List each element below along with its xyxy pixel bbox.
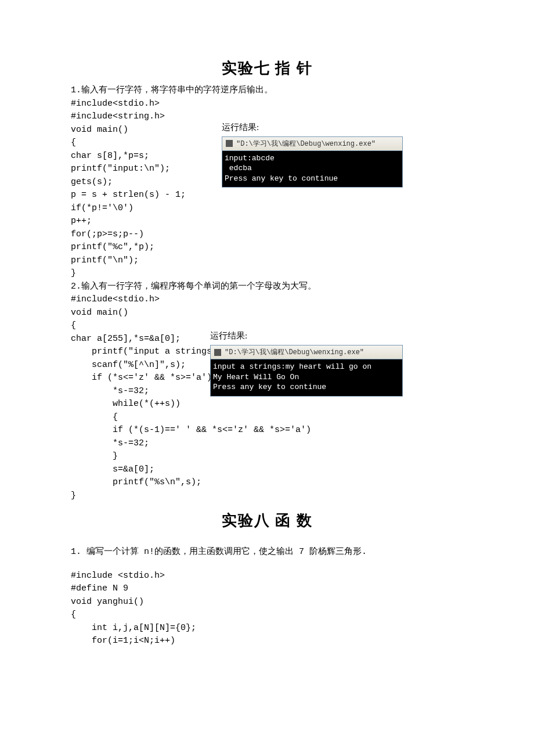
s7-p2-block: #include<stdio.h> void main() { char a[2… [71,293,463,502]
s7-p2-code: #include<stdio.h> void main() { char a[2… [71,293,463,502]
s7-p1-desc: 1.输入有一行字符，将字符串中的字符逆序后输出。 [71,84,463,98]
s7-p2-console: "D:\学习\我\编程\Debug\wenxing.exe" input a s… [210,345,403,397]
document-page: 实验七 指 针 1.输入有一行字符，将字符串中的字符逆序后输出。 #includ… [0,0,534,683]
s7-p2-console-title-text: "D:\学习\我\编程\Debug\wenxing.exe" [225,347,364,357]
s7-p1-console: "D:\学习\我\编程\Debug\wenxing.exe" input:abc… [222,136,403,188]
s7-p1-console-titlebar: "D:\学习\我\编程\Debug\wenxing.exe" [222,137,402,151]
cmd-icon [226,140,233,147]
section8-title: 实验八 函 数 [71,510,463,531]
s7-p2-console-body: input a strings:my heart will go on My H… [211,359,402,396]
s7-p2-desc: 2.输入有一行字符，编程序将每个单词的第一个字母改为大写。 [71,280,463,294]
s8-p1-code: #include <stdio.h> #define N 9 void yang… [71,570,463,648]
s7-p2-console-titlebar: "D:\学习\我\编程\Debug\wenxing.exe" [211,345,402,359]
s7-p1-console-body: input:abcde edcba Press any key to conti… [222,151,402,188]
cmd-icon [214,349,221,356]
section7-title: 实验七 指 针 [71,58,463,78]
s7-p1-result-label: 运行结果: [222,122,403,133]
s7-p1-result-anchor: 运行结果: "D:\学习\我\编程\Debug\wenxing.exe" inp… [222,122,403,188]
s7-p1-block: #include<stdio.h> #include<string.h> voi… [71,98,463,280]
s8-p1-desc: 1. 编写一个计算 n!的函数，用主函数调用它，使之输出 7 阶杨辉三角形. [71,546,463,559]
s7-p2-result-anchor: 运行结果: "D:\学习\我\编程\Debug\wenxing.exe" inp… [210,330,403,397]
s7-p2-result-label: 运行结果: [210,330,403,341]
s7-p1-console-title-text: "D:\学习\我\编程\Debug\wenxing.exe" [236,139,376,149]
